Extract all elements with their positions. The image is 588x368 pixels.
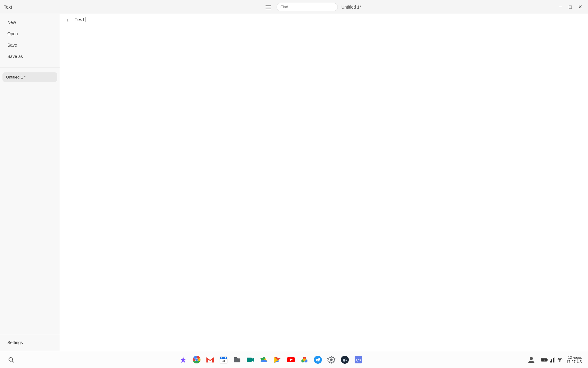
taskbar-left [6, 355, 16, 365]
telegram-icon [314, 355, 322, 364]
sidebar-divider [0, 67, 60, 67]
steam-icon [341, 355, 349, 364]
svg-point-27 [530, 357, 533, 360]
main-content: New Open Save Save as Untitled 1 * [0, 14, 588, 351]
svg-rect-32 [550, 361, 551, 362]
svg-text:31: 31 [222, 359, 225, 363]
meet-icon [246, 355, 255, 364]
taskbar-icon-code[interactable]: </> [352, 354, 364, 366]
hamburger-line [266, 5, 271, 6]
minimize-button[interactable]: − [556, 3, 565, 11]
editor-line-1[interactable]: Test [75, 17, 584, 23]
svg-point-36 [560, 361, 560, 362]
text-cursor [85, 17, 85, 22]
title-bar: Text Untitled 1* − □ ✕ [0, 0, 588, 14]
save-label: Save [7, 43, 17, 48]
svg-rect-35 [554, 357, 555, 362]
sidebar-item-save-as[interactable]: Save as [1, 51, 58, 62]
people-icon [527, 355, 536, 364]
line-number-1: 1 [60, 17, 71, 23]
svg-marker-2 [180, 356, 186, 363]
taskbar-date-time: 12 черв. 17:27 US [566, 355, 582, 364]
taskbar-people-icon[interactable] [525, 354, 537, 366]
taskbar-icon-drive[interactable] [258, 354, 270, 366]
app-window: Text Untitled 1* − □ ✕ New O [0, 0, 588, 351]
editor-area: 1 Test [60, 14, 588, 351]
taskbar-icon-photos[interactable] [298, 354, 311, 366]
search-input[interactable] [277, 3, 338, 11]
signal-icon [550, 357, 555, 362]
settings-icon [327, 355, 336, 364]
taskbar-right: 1 12 черв. 17:27 US [525, 354, 582, 366]
title-bar-right: − □ ✕ [554, 3, 584, 11]
taskbar-date: 12 черв. [566, 355, 582, 360]
sidebar-doc-list: Untitled 1 * [0, 70, 60, 84]
hamburger-line [266, 9, 271, 9]
sidebar-item-open[interactable]: Open [1, 28, 58, 39]
search-icon [8, 357, 14, 363]
editor-content[interactable]: Test [71, 14, 588, 351]
close-button[interactable]: ✕ [576, 3, 584, 11]
svg-point-24 [345, 359, 347, 361]
taskbar-icon-play[interactable] [271, 354, 284, 366]
taskbar-icon-calendar[interactable]: 31 [217, 354, 230, 366]
save-as-label: Save as [7, 54, 23, 59]
taskbar-icon-chrome[interactable] [190, 354, 203, 366]
line-numbers: 1 [60, 14, 71, 351]
doc-item-label: Untitled 1 * [6, 75, 26, 79]
svg-rect-29 [547, 359, 548, 361]
taskbar-status-icons: 1 [541, 357, 563, 362]
calendar-icon: 31 [219, 355, 228, 364]
hamburger-line [266, 7, 271, 7]
drive-icon [260, 355, 268, 364]
sidebar-nav: New Open Save Save as [0, 14, 60, 65]
wifi-icon [557, 358, 563, 362]
editor-text: Test [75, 17, 85, 23]
title-bar-center: Untitled 1* [71, 3, 554, 11]
taskbar-icon-youtube[interactable] [285, 354, 297, 366]
app-title: Text [4, 4, 12, 10]
photos-icon [300, 355, 309, 364]
taskbar-time: 17:27 [566, 360, 575, 364]
sidebar: New Open Save Save as Untitled 1 * [0, 14, 60, 351]
taskbar-icon-settings[interactable] [325, 354, 337, 366]
taskbar: 31 [0, 351, 588, 368]
taskbar-icon-telegram[interactable] [312, 354, 324, 366]
battery-icon: 1 [541, 358, 548, 362]
taskbar-locale: US [577, 360, 582, 364]
maximize-button[interactable]: □ [566, 3, 575, 11]
new-label: New [7, 20, 16, 25]
svg-line-1 [12, 361, 14, 362]
sidebar-item-save[interactable]: Save [1, 40, 58, 51]
sidebar-item-settings[interactable]: Settings [1, 337, 58, 348]
play-store-icon [273, 355, 282, 364]
svg-point-22 [330, 358, 333, 361]
svg-text:</>: </> [355, 358, 362, 362]
taskbar-icon-gmail[interactable] [204, 354, 216, 366]
sidebar-bottom: Settings [0, 334, 60, 351]
svg-rect-33 [551, 359, 552, 362]
svg-rect-13 [247, 358, 252, 362]
document-title: Untitled 1* [341, 5, 361, 10]
assistant-icon [179, 356, 187, 364]
hamburger-menu-button[interactable] [264, 3, 273, 11]
code-icon: </> [354, 355, 363, 364]
youtube-icon [287, 355, 295, 364]
settings-label: Settings [7, 340, 23, 345]
sidebar-item-new[interactable]: New [1, 17, 58, 28]
taskbar-icon-assistant[interactable] [177, 354, 189, 366]
taskbar-search-button[interactable] [6, 355, 16, 365]
svg-point-6 [195, 358, 198, 361]
taskbar-icon-meet[interactable] [244, 354, 257, 366]
sidebar-doc-item[interactable]: Untitled 1 * [2, 72, 57, 82]
open-label: Open [7, 31, 18, 36]
title-bar-left: Text [4, 4, 71, 10]
svg-rect-34 [553, 358, 554, 362]
taskbar-icon-files[interactable] [231, 354, 243, 366]
taskbar-icon-steam[interactable] [339, 354, 351, 366]
gmail-icon [206, 355, 214, 364]
files-icon [233, 355, 241, 364]
svg-rect-9 [220, 357, 227, 359]
chrome-icon [192, 355, 201, 364]
taskbar-icons: 31 [16, 354, 525, 366]
